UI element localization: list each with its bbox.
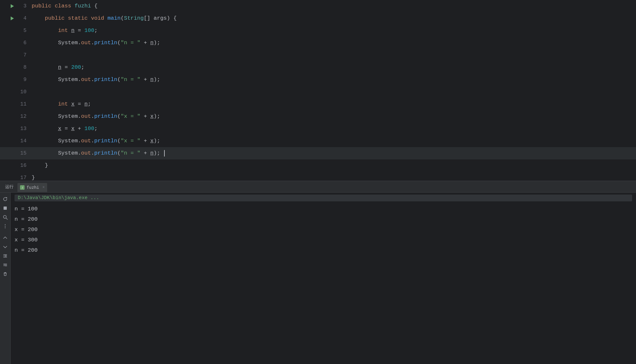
code-content-9: System.out.println("n = " + n); <box>29 74 636 86</box>
code-line-6: 6 System.out.println("n = " + n); <box>0 37 636 49</box>
code-line-17: 17} <box>0 172 636 181</box>
line-gutter-6: 6 <box>0 40 29 46</box>
code-line-10: 10 <box>0 86 636 98</box>
code-content-12: System.out.println("x = " + x); <box>29 110 636 123</box>
code-line-4: 4 public static void main(String[] args)… <box>0 12 636 25</box>
svg-point-8 <box>5 226 5 227</box>
run-icon-3[interactable] <box>9 3 15 9</box>
code-line-16: 16 } <box>0 159 636 172</box>
line-gutter-10: 10 <box>0 89 29 95</box>
line-gutter-16: 16 <box>0 163 29 168</box>
code-content-5: int n = 100; <box>29 25 636 37</box>
code-line-8: 8 n = 200; <box>0 61 636 74</box>
line-number-9: 9 <box>17 77 26 83</box>
line-gutter-9: 9 <box>0 77 29 83</box>
line-gutter-15: 15 <box>0 150 29 156</box>
editor-area: 3public class fuzhi {4 public static voi… <box>0 0 636 181</box>
code-line-7: 7 <box>0 49 636 61</box>
clear-btn[interactable] <box>1 270 9 278</box>
svg-point-7 <box>5 224 5 225</box>
code-content-3: public class fuzhi { <box>29 0 636 12</box>
line-number-13: 13 <box>17 126 26 132</box>
line-number-14: 14 <box>17 138 26 144</box>
line-number-11: 11 <box>17 101 26 107</box>
line-gutter-3: 3 <box>0 3 29 9</box>
line-number-15: 15 <box>17 150 26 156</box>
line-number-10: 10 <box>17 89 26 95</box>
svg-line-6 <box>6 218 7 219</box>
line-number-7: 7 <box>17 52 26 58</box>
code-line-15: 15 System.out.println("n = " + n); <box>0 147 636 159</box>
terminal-line-4: x = 200 <box>15 225 632 235</box>
code-line-13: 13 x = x + 100; <box>0 123 636 135</box>
code-content-4: public static void main(String[] args) { <box>29 12 636 25</box>
bottom-panel: 运行 J fuzhi × <box>0 181 636 364</box>
reload-btn[interactable] <box>1 195 9 203</box>
terminal-line-2: n = 200 <box>15 214 632 225</box>
line-number-12: 12 <box>17 114 26 119</box>
tab-icon: J <box>20 185 25 190</box>
wrap-lines-btn[interactable] <box>1 252 9 260</box>
terminal-area: D:\Java\JDK\bin\java.exe ... n = 100n = … <box>11 193 636 364</box>
code-line-11: 11 int x = n; <box>0 98 636 110</box>
line-gutter-8: 8 <box>0 65 29 70</box>
line-number-5: 5 <box>17 28 26 34</box>
code-content-16: } <box>29 159 636 172</box>
code-line-5: 5 int n = 100; <box>0 25 636 37</box>
terminal-path: D:\Java\JDK\bin\java.exe ... <box>15 195 632 201</box>
line-gutter-17: 17 <box>0 175 29 181</box>
line-gutter-7: 7 <box>0 52 29 58</box>
panel-content: D:\Java\JDK\bin\java.exe ... n = 100n = … <box>0 193 636 364</box>
svg-text:J: J <box>22 187 23 189</box>
code-content-14: System.out.println("x = " + x); <box>29 135 636 147</box>
code-content-6: System.out.println("n = " + n); <box>29 37 636 49</box>
tab-name: fuzhi <box>26 185 39 190</box>
terminal-line-6: x = 300 <box>15 235 632 245</box>
svg-marker-0 <box>11 4 14 8</box>
line-gutter-13: 13 <box>0 126 29 132</box>
line-number-3: 3 <box>17 3 26 9</box>
run-label: 运行 <box>3 181 16 193</box>
panel-tabs: 运行 J fuzhi × <box>0 181 636 193</box>
sort-btn[interactable] <box>1 261 9 269</box>
code-line-9: 9 System.out.println("n = " + n); <box>0 74 636 86</box>
line-gutter-14: 14 <box>0 138 29 144</box>
code-line-12: 12 System.out.println("x = " + x); <box>0 110 636 123</box>
code-content-17: } <box>29 172 636 181</box>
svg-point-5 <box>3 215 6 218</box>
code-line-14: 14 System.out.println("x = " + x); <box>0 135 636 147</box>
terminal-line-0: n = 100 <box>15 204 632 214</box>
run-icon-4[interactable] <box>9 15 15 21</box>
line-number-16: 16 <box>17 163 26 168</box>
line-number-17: 17 <box>17 175 26 181</box>
svg-point-9 <box>5 228 5 228</box>
code-content-8: n = 200; <box>29 61 636 74</box>
line-gutter-5: 5 <box>0 28 29 34</box>
line-gutter-11: 11 <box>0 101 29 107</box>
line-number-4: 4 <box>17 15 26 21</box>
stop-btn[interactable] <box>1 204 9 212</box>
more-btn[interactable] <box>1 222 9 230</box>
left-toolbar <box>0 193 11 364</box>
line-number-6: 6 <box>17 40 26 46</box>
scroll-up-btn[interactable] <box>1 234 9 242</box>
svg-rect-16 <box>4 273 6 276</box>
tab-close-btn[interactable]: × <box>42 185 45 190</box>
code-content-13: x = x + 100; <box>29 123 636 135</box>
code-content-11: int x = n; <box>29 98 636 110</box>
line-gutter-12: 12 <box>0 114 29 119</box>
svg-marker-1 <box>11 16 14 20</box>
terminal-line-8: n = 200 <box>15 245 632 256</box>
line-number-8: 8 <box>17 65 26 70</box>
scroll-down-btn[interactable] <box>1 243 9 251</box>
fuzhi-tab[interactable]: J fuzhi × <box>17 183 47 192</box>
svg-rect-4 <box>4 207 7 210</box>
code-content-15: System.out.println("n = " + n); <box>29 147 636 159</box>
code-line-3: 3public class fuzhi { <box>0 0 636 12</box>
line-gutter-4: 4 <box>0 15 29 21</box>
search-panel-btn[interactable] <box>1 213 9 221</box>
